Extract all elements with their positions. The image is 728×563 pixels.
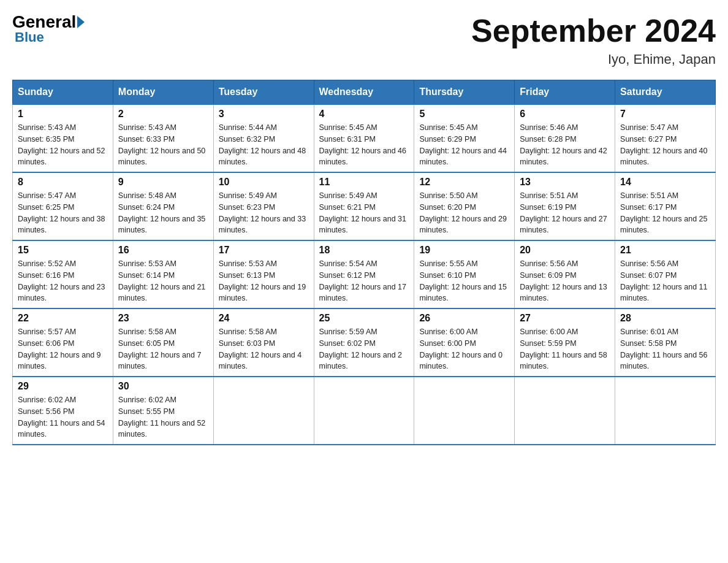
day-number: 14 (620, 177, 710, 188)
table-row: 27 Sunrise: 6:00 AM Sunset: 5:59 PM Dayl… (515, 308, 615, 377)
day-number: 23 (118, 313, 208, 324)
day-info: Sunrise: 6:02 AM Sunset: 5:56 PM Dayligh… (18, 394, 108, 440)
table-row: 20 Sunrise: 5:56 AM Sunset: 6:09 PM Dayl… (515, 240, 615, 308)
table-row: 25 Sunrise: 5:59 AM Sunset: 6:02 PM Dayl… (314, 308, 414, 377)
col-saturday: Saturday (615, 80, 716, 105)
day-number: 15 (18, 245, 108, 256)
day-number: 21 (620, 245, 710, 256)
day-info: Sunrise: 5:46 AM Sunset: 6:28 PM Dayligh… (520, 122, 610, 168)
table-row (314, 377, 414, 445)
day-number: 5 (419, 109, 509, 120)
calendar-table: Sunday Monday Tuesday Wednesday Thursday… (12, 80, 716, 445)
day-number: 28 (620, 313, 710, 324)
day-info: Sunrise: 5:47 AM Sunset: 6:27 PM Dayligh… (620, 122, 710, 168)
table-row: 11 Sunrise: 5:49 AM Sunset: 6:21 PM Dayl… (314, 172, 414, 240)
day-info: Sunrise: 5:57 AM Sunset: 6:06 PM Dayligh… (18, 326, 108, 372)
table-row (615, 377, 716, 445)
table-row: 29 Sunrise: 6:02 AM Sunset: 5:56 PM Dayl… (13, 377, 113, 445)
day-number: 6 (520, 109, 610, 120)
day-info: Sunrise: 5:44 AM Sunset: 6:32 PM Dayligh… (219, 122, 309, 168)
day-info: Sunrise: 5:58 AM Sunset: 6:05 PM Dayligh… (118, 326, 208, 372)
day-number: 7 (620, 109, 710, 120)
calendar-week-row: 22 Sunrise: 5:57 AM Sunset: 6:06 PM Dayl… (13, 308, 716, 377)
day-number: 8 (18, 177, 108, 188)
day-info: Sunrise: 5:53 AM Sunset: 6:13 PM Dayligh… (219, 258, 309, 304)
col-friday: Friday (515, 80, 615, 105)
day-info: Sunrise: 5:56 AM Sunset: 6:09 PM Dayligh… (520, 258, 610, 304)
day-number: 27 (520, 313, 610, 324)
table-row: 15 Sunrise: 5:52 AM Sunset: 6:16 PM Dayl… (13, 240, 113, 308)
table-row: 2 Sunrise: 5:43 AM Sunset: 6:33 PM Dayli… (113, 104, 213, 172)
table-row: 24 Sunrise: 5:58 AM Sunset: 6:03 PM Dayl… (213, 308, 314, 377)
title-section: September 2024 Iyo, Ehime, Japan (471, 12, 716, 67)
day-number: 20 (520, 245, 610, 256)
day-number: 24 (219, 313, 309, 324)
day-number: 3 (219, 109, 309, 120)
day-info: Sunrise: 5:54 AM Sunset: 6:12 PM Dayligh… (319, 258, 409, 304)
table-row: 23 Sunrise: 5:58 AM Sunset: 6:05 PM Dayl… (113, 308, 213, 377)
table-row: 1 Sunrise: 5:43 AM Sunset: 6:35 PM Dayli… (13, 104, 113, 172)
day-number: 26 (419, 313, 509, 324)
location: Iyo, Ehime, Japan (471, 52, 716, 67)
day-number: 10 (219, 177, 309, 188)
table-row: 6 Sunrise: 5:46 AM Sunset: 6:28 PM Dayli… (515, 104, 615, 172)
day-number: 16 (118, 245, 208, 256)
day-info: Sunrise: 5:52 AM Sunset: 6:16 PM Dayligh… (18, 258, 108, 304)
table-row: 12 Sunrise: 5:50 AM Sunset: 6:20 PM Dayl… (414, 172, 515, 240)
day-info: Sunrise: 5:43 AM Sunset: 6:33 PM Dayligh… (118, 122, 208, 168)
day-number: 30 (118, 381, 208, 392)
day-info: Sunrise: 5:48 AM Sunset: 6:24 PM Dayligh… (118, 190, 208, 236)
day-number: 9 (118, 177, 208, 188)
day-info: Sunrise: 5:49 AM Sunset: 6:21 PM Dayligh… (319, 190, 409, 236)
table-row: 28 Sunrise: 6:01 AM Sunset: 5:58 PM Dayl… (615, 308, 716, 377)
table-row: 8 Sunrise: 5:47 AM Sunset: 6:25 PM Dayli… (13, 172, 113, 240)
table-row (414, 377, 515, 445)
day-info: Sunrise: 5:43 AM Sunset: 6:35 PM Dayligh… (18, 122, 108, 168)
day-info: Sunrise: 5:45 AM Sunset: 6:29 PM Dayligh… (419, 122, 509, 168)
day-number: 29 (18, 381, 108, 392)
day-info: Sunrise: 6:00 AM Sunset: 5:59 PM Dayligh… (520, 326, 610, 372)
calendar-header-row: Sunday Monday Tuesday Wednesday Thursday… (13, 80, 716, 105)
day-info: Sunrise: 6:01 AM Sunset: 5:58 PM Dayligh… (620, 326, 710, 372)
day-info: Sunrise: 5:49 AM Sunset: 6:23 PM Dayligh… (219, 190, 309, 236)
day-info: Sunrise: 5:55 AM Sunset: 6:10 PM Dayligh… (419, 258, 509, 304)
day-number: 13 (520, 177, 610, 188)
day-info: Sunrise: 5:51 AM Sunset: 6:17 PM Dayligh… (620, 190, 710, 236)
calendar-week-row: 8 Sunrise: 5:47 AM Sunset: 6:25 PM Dayli… (13, 172, 716, 240)
day-number: 19 (419, 245, 509, 256)
col-thursday: Thursday (414, 80, 515, 105)
logo: General Blue (12, 12, 85, 45)
table-row: 9 Sunrise: 5:48 AM Sunset: 6:24 PM Dayli… (113, 172, 213, 240)
day-info: Sunrise: 5:50 AM Sunset: 6:20 PM Dayligh… (419, 190, 509, 236)
col-monday: Monday (113, 80, 213, 105)
day-info: Sunrise: 5:47 AM Sunset: 6:25 PM Dayligh… (18, 190, 108, 236)
day-number: 2 (118, 109, 208, 120)
table-row: 4 Sunrise: 5:45 AM Sunset: 6:31 PM Dayli… (314, 104, 414, 172)
day-info: Sunrise: 6:02 AM Sunset: 5:55 PM Dayligh… (118, 394, 208, 440)
month-title: September 2024 (471, 12, 716, 49)
day-info: Sunrise: 5:53 AM Sunset: 6:14 PM Dayligh… (118, 258, 208, 304)
day-info: Sunrise: 5:59 AM Sunset: 6:02 PM Dayligh… (319, 326, 409, 372)
calendar-week-row: 1 Sunrise: 5:43 AM Sunset: 6:35 PM Dayli… (13, 104, 716, 172)
day-number: 12 (419, 177, 509, 188)
page-header: General Blue September 2024 Iyo, Ehime, … (12, 12, 716, 67)
day-info: Sunrise: 6:00 AM Sunset: 6:00 PM Dayligh… (419, 326, 509, 372)
col-wednesday: Wednesday (314, 80, 414, 105)
logo-arrow-icon (77, 16, 85, 28)
logo-blue: Blue (15, 29, 44, 45)
calendar-week-row: 29 Sunrise: 6:02 AM Sunset: 5:56 PM Dayl… (13, 377, 716, 445)
col-sunday: Sunday (13, 80, 113, 105)
table-row: 13 Sunrise: 5:51 AM Sunset: 6:19 PM Dayl… (515, 172, 615, 240)
table-row: 14 Sunrise: 5:51 AM Sunset: 6:17 PM Dayl… (615, 172, 716, 240)
table-row: 10 Sunrise: 5:49 AM Sunset: 6:23 PM Dayl… (213, 172, 314, 240)
table-row (515, 377, 615, 445)
day-number: 17 (219, 245, 309, 256)
day-info: Sunrise: 5:58 AM Sunset: 6:03 PM Dayligh… (219, 326, 309, 372)
day-info: Sunrise: 5:51 AM Sunset: 6:19 PM Dayligh… (520, 190, 610, 236)
day-number: 18 (319, 245, 409, 256)
col-tuesday: Tuesday (213, 80, 314, 105)
table-row: 16 Sunrise: 5:53 AM Sunset: 6:14 PM Dayl… (113, 240, 213, 308)
table-row: 5 Sunrise: 5:45 AM Sunset: 6:29 PM Dayli… (414, 104, 515, 172)
calendar-week-row: 15 Sunrise: 5:52 AM Sunset: 6:16 PM Dayl… (13, 240, 716, 308)
table-row: 3 Sunrise: 5:44 AM Sunset: 6:32 PM Dayli… (213, 104, 314, 172)
